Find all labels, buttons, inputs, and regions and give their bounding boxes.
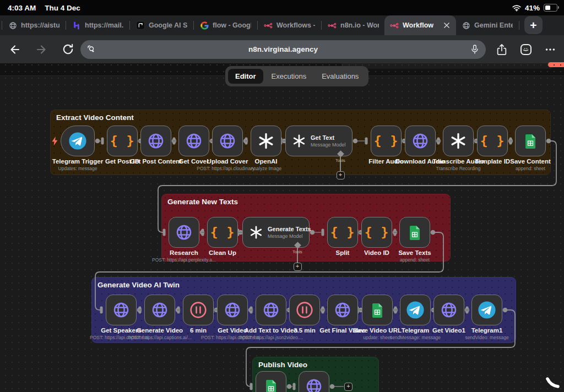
telegram-icon <box>406 301 425 319</box>
workflow-canvas[interactable]: Extract Video ContentGenerate New TextsG… <box>0 63 564 392</box>
node-telegram-trigger[interactable] <box>61 126 95 156</box>
node-label: Telegram1 <box>471 327 503 334</box>
new-tab-button[interactable]: + <box>524 16 543 34</box>
voice-search-icon[interactable] <box>470 45 479 54</box>
view-tab-executions[interactable]: Executions <box>264 69 314 84</box>
hostinger-icon <box>72 21 81 30</box>
node-download-audio[interactable] <box>405 126 436 156</box>
node-openai[interactable] <box>251 126 281 156</box>
node-subtitle: Analyze Image <box>251 166 281 171</box>
node-subtitle: sendMessage: message <box>390 335 441 340</box>
node-save-content[interactable] <box>515 126 546 156</box>
code-icon: { } <box>480 134 505 148</box>
openai-icon <box>449 132 467 150</box>
node-subtitle: append: sheet <box>400 257 430 263</box>
globe-icon <box>305 378 323 392</box>
node-get-post-id[interactable]: { } <box>107 126 138 156</box>
view-tab-evaluations[interactable]: Evaluations <box>314 69 366 84</box>
node-transcribe-audio[interactable] <box>443 126 474 156</box>
node-add-text-to-video[interactable] <box>256 295 286 325</box>
add-node-button[interactable]: + <box>344 383 352 391</box>
node-upload-cover[interactable] <box>212 126 243 156</box>
svg-text::): :) <box>523 48 529 51</box>
tab-divider <box>66 21 66 30</box>
share-button[interactable] <box>494 41 510 58</box>
page-content: Extract Video ContentGenerate New TextsG… <box>0 63 564 392</box>
node-publish-get-video[interactable] <box>299 371 329 392</box>
globe-icon <box>185 132 203 150</box>
code-icon: { } <box>330 225 355 239</box>
more-menu-button[interactable] <box>542 41 558 58</box>
node-get-video1[interactable] <box>433 295 464 325</box>
node-subtitle: POST: https://api.captions.ai/... <box>128 335 192 340</box>
lens-icon[interactable] <box>87 45 96 54</box>
node-telegram[interactable] <box>400 295 431 325</box>
reload-button[interactable] <box>59 41 76 58</box>
node-label: Save Video URL <box>353 327 402 334</box>
forward-button[interactable] <box>33 41 50 58</box>
group-title: Generate New Texts <box>167 198 238 206</box>
node-label: Clean Up <box>209 249 236 256</box>
browser-toolbar: n8n.virginai.agency :) <box>0 35 564 63</box>
node-get-cover[interactable] <box>178 126 209 156</box>
openai-icon <box>292 134 306 148</box>
node-six-min[interactable] <box>183 295 214 325</box>
browser-tab-gemini-enterprise[interactable]: Gemini Ente <box>456 15 518 35</box>
node-subtitle: POST: https://api.perplexity.a... <box>152 257 216 263</box>
browser-tab-workflow[interactable]: Workflow <box>384 15 456 35</box>
node-publish-save-video[interactable] <box>256 371 286 392</box>
add-tool-button[interactable]: + <box>294 263 302 271</box>
group-title: Publish Video <box>258 361 307 369</box>
code-icon: { } <box>365 225 389 239</box>
globe-icon <box>147 132 165 150</box>
node-subtitle: update: sheet <box>363 335 392 340</box>
node-filter-audio[interactable]: { } <box>371 126 402 156</box>
node-save-texts[interactable] <box>399 217 430 248</box>
view-tab-editor[interactable]: Editor <box>228 69 263 84</box>
globe-icon <box>462 21 470 30</box>
node-get-speakers[interactable] <box>106 295 137 325</box>
browser-tab-flow-google[interactable]: flow - Googl <box>194 15 257 35</box>
node-label: Telegram <box>402 327 429 334</box>
browser-tab-aistudio-url[interactable]: https://aistu <box>3 15 65 35</box>
node-video-id[interactable]: { } <box>361 217 392 248</box>
node-label: Get Video1 <box>432 327 465 334</box>
browser-tab-n8n-io[interactable]: n8n.io - Wor <box>322 15 384 35</box>
node-generate-video[interactable] <box>144 295 175 325</box>
tab-switcher-button[interactable]: :) <box>518 41 534 58</box>
globe-icon <box>440 301 458 319</box>
node-template-id[interactable]: { } <box>477 126 508 156</box>
node-three-five-min[interactable] <box>289 295 320 325</box>
globe-icon <box>334 301 351 319</box>
node-label: Telegram Trigger <box>52 158 103 165</box>
node-label: Template ID <box>475 158 510 165</box>
close-tab-icon[interactable] <box>443 21 451 29</box>
node-telegram1[interactable] <box>471 295 502 325</box>
node-get-final-video[interactable] <box>327 295 358 325</box>
node-split[interactable]: { } <box>327 217 358 248</box>
battery-percent: 41% <box>525 4 540 12</box>
globe-icon <box>112 301 130 319</box>
back-button[interactable] <box>7 41 23 58</box>
node-save-video-url[interactable] <box>362 295 393 325</box>
wifi-icon <box>512 3 521 12</box>
code-icon: { } <box>210 225 235 239</box>
battery-icon <box>544 4 557 12</box>
group-title: Extract Video Content <box>56 113 134 122</box>
node-subtitle: sendVideo: message <box>465 335 508 340</box>
browser-tab-workflows[interactable]: Workflows - <box>258 15 321 35</box>
url-bar[interactable]: n8n.virginai.agency <box>80 40 486 59</box>
node-get-post-content[interactable] <box>140 126 171 156</box>
status-bar: 4:03 AM Thu 4 Dec 41% <box>0 0 564 15</box>
add-tool-button[interactable]: + <box>337 171 345 179</box>
aistudio-icon <box>136 21 145 30</box>
node-research[interactable] <box>169 217 199 248</box>
node-subtitle: append: sheet <box>516 166 545 171</box>
url-text[interactable]: n8n.virginai.agency <box>80 45 486 53</box>
node-clean-up[interactable]: { } <box>207 217 238 248</box>
pause-icon <box>189 301 207 319</box>
browser-tab-mail-url[interactable]: https://mail. <box>67 15 129 35</box>
browser-tab-google-ai-studio[interactable]: Google AI St <box>131 15 193 35</box>
tab-divider <box>2 21 2 30</box>
node-get-video[interactable] <box>217 295 248 325</box>
